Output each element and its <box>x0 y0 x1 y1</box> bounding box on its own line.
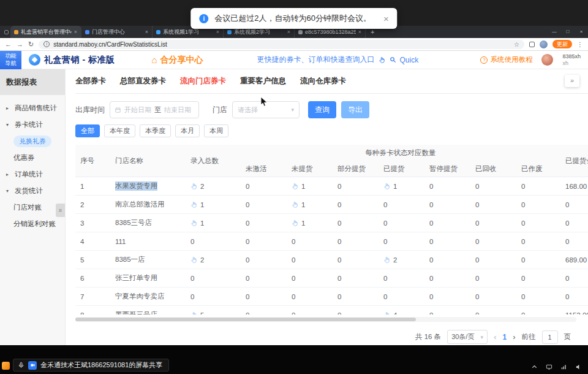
table-cell: 0 <box>287 293 333 300</box>
cell-value: 0 <box>429 275 433 282</box>
cell-value: 0 <box>429 219 433 227</box>
tab-close-icon[interactable]: × <box>358 29 361 35</box>
site-info-icon[interactable]: i <box>43 41 50 47</box>
extensions-icon[interactable] <box>529 42 535 47</box>
cell-value: 0 <box>292 293 295 300</box>
microphone-icon[interactable] <box>18 362 24 368</box>
quick-filter-chip[interactable]: 本年度 <box>104 124 135 137</box>
horizontal-scrollbar[interactable] <box>75 317 576 322</box>
quick-filter-chip[interactable]: 本月 <box>175 124 200 137</box>
content-tab[interactable]: 总部直发券卡 <box>120 76 166 86</box>
minimize-button[interactable]: — <box>548 26 561 38</box>
hand-pointer-icon[interactable] <box>292 183 299 190</box>
export-button[interactable]: 导出 <box>341 101 369 118</box>
sidebar-item[interactable]: ▾发货统计 <box>0 183 65 199</box>
toast-close-icon[interactable]: × <box>383 13 389 24</box>
share-center-link[interactable]: ⌂ 合分享中心 <box>151 55 203 66</box>
hand-pointer-icon[interactable] <box>190 183 198 190</box>
hand-pointer-icon[interactable] <box>292 219 299 227</box>
next-page-button[interactable]: › <box>513 332 515 342</box>
tray-display-icon[interactable] <box>546 364 552 370</box>
cell-value: 0 <box>475 293 479 300</box>
quick-filter-chip[interactable]: 本周 <box>204 124 228 137</box>
tab-close-icon[interactable]: × <box>145 29 148 35</box>
quick-filter-chip[interactable]: 全部 <box>75 124 100 137</box>
content-tab[interactable]: 全部券卡 <box>75 76 106 86</box>
store-filter-label: 门店 <box>213 105 227 115</box>
table-row[interactable]: 6张三打单专用000000000 <box>75 269 588 288</box>
content-tab[interactable]: 重要客户信息 <box>240 76 286 86</box>
table-row[interactable]: 7宁夏羊肉专卖店000000000 <box>75 288 588 306</box>
cell-value: 689.00 <box>565 256 587 264</box>
function-nav-button[interactable]: 功能 导航 <box>0 51 21 69</box>
tray-chevron-up-icon[interactable] <box>531 364 538 370</box>
quick-search-entry[interactable]: 更快捷的券卡、订单和快递查询入口 Quick <box>257 55 419 65</box>
table-row[interactable]: 8墨西哥三号店500040001152.00 <box>75 306 588 315</box>
table-cell: 1 <box>186 219 241 227</box>
browser-tab[interactable]: 礼盒营销平台管理中心× <box>10 26 81 38</box>
browser-update-button[interactable]: 更新 <box>552 40 572 48</box>
forward-icon[interactable]: → <box>17 40 23 48</box>
close-button[interactable]: × <box>575 26 588 38</box>
prev-page-button[interactable]: ‹ <box>494 332 496 342</box>
window-controls: — □ × <box>548 26 588 38</box>
back-icon[interactable]: ← <box>5 40 12 48</box>
hand-pointer-icon[interactable] <box>383 183 391 190</box>
tutorial-link[interactable]: ? 系统使用教程 <box>480 55 532 64</box>
quick-filter-chip[interactable]: 本季度 <box>140 124 171 137</box>
hand-pointer-icon[interactable] <box>190 219 198 227</box>
table-row[interactable]: 38385三号店101000000 <box>75 214 588 232</box>
sidebar-item[interactable]: 优惠券 <box>0 150 65 166</box>
table-row[interactable]: 1水果发货专用20101000168.00 <box>75 177 588 196</box>
tabs-expand-button[interactable]: » <box>565 75 579 87</box>
sidebar-item[interactable]: 兑换礼券 <box>0 133 65 150</box>
hand-pointer-icon[interactable] <box>190 256 198 264</box>
hand-pointer-icon[interactable] <box>383 311 391 315</box>
date-range-input[interactable]: 开始日期 至 结束日期 <box>110 101 199 118</box>
cell-value: 0 <box>190 238 194 245</box>
hand-pointer-icon[interactable] <box>190 201 198 208</box>
reload-icon[interactable]: ↻ <box>28 40 34 48</box>
cell-value: 0 <box>521 183 525 190</box>
table-row[interactable]: 58385一店20002000689.00 <box>75 251 588 269</box>
cell-value: 111 <box>115 238 126 245</box>
table-row[interactable]: 4111000000000 <box>75 232 588 251</box>
scrollbar-thumb[interactable] <box>75 318 416 321</box>
browser-tab[interactable]: 门店管理中心× <box>81 26 153 38</box>
bookmark-star-icon[interactable]: ☆ <box>514 41 519 48</box>
sidebar-collapse-handle[interactable]: ≡ <box>56 204 65 217</box>
tab-close-icon[interactable]: × <box>74 29 77 35</box>
maximize-button[interactable]: □ <box>561 26 575 38</box>
url-field[interactable]: i standard.maboy.cn/CardFlowStatisticsLi… <box>39 40 524 49</box>
sidebar-item[interactable]: ▾券卡统计 <box>0 116 65 133</box>
goto-page-input[interactable]: 1 <box>542 330 558 344</box>
hand-pointer-icon[interactable] <box>292 201 299 208</box>
taskbar-app-icon[interactable] <box>2 362 10 370</box>
cell-value: 1 <box>393 183 397 190</box>
tab-close-icon[interactable]: × <box>287 29 290 35</box>
tab-close-icon[interactable]: × <box>216 29 219 35</box>
page-size-select[interactable]: 30条/页 ▾ <box>447 330 488 344</box>
browser-profile-avatar[interactable] <box>540 40 548 48</box>
content-tab[interactable]: 流向仓库券卡 <box>300 76 346 86</box>
browser-menu-icon[interactable]: ⋮ <box>577 41 583 48</box>
camera-icon[interactable] <box>28 361 37 370</box>
cell-value: 0 <box>565 293 569 300</box>
sidebar-item[interactable]: ▸订单统计 <box>0 166 65 183</box>
tab-search-icon[interactable] <box>2 26 10 38</box>
search-button[interactable]: 查询 <box>308 101 336 118</box>
home-icon: ⌂ <box>151 55 157 64</box>
table-row[interactable]: 2南京总部激活用101000000 <box>75 196 588 214</box>
user-avatar[interactable] <box>541 54 553 66</box>
hand-pointer-icon[interactable] <box>383 256 391 264</box>
hand-pointer-icon[interactable] <box>190 311 198 315</box>
share-center-label: 合分享中心 <box>160 55 203 66</box>
sidebar-item[interactable]: 分销返利对账 <box>0 216 65 232</box>
tray-network-icon[interactable] <box>560 364 567 370</box>
table-cell: 0 <box>333 275 379 282</box>
content-tab[interactable]: 流向门店券卡 <box>180 76 226 86</box>
tray-volume-icon[interactable] <box>575 364 582 370</box>
toast-notification: i 会议已超过2人，自动转为60分钟限时会议。 × <box>190 8 397 29</box>
current-page[interactable]: 1 <box>502 333 507 342</box>
sidebar-item[interactable]: ▸商品销售统计 <box>0 100 65 116</box>
